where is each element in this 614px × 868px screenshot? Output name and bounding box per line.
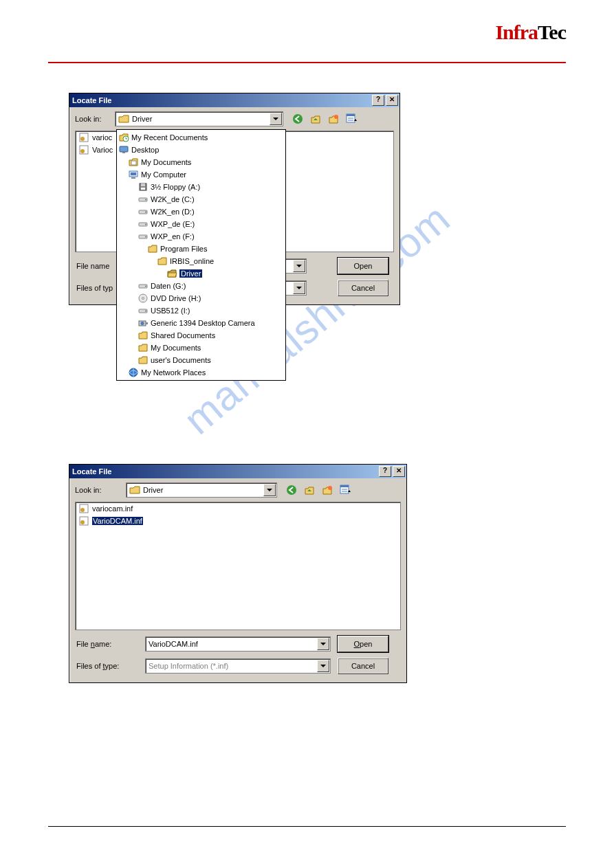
file-item[interactable]: VarioDCAM.inf (76, 515, 400, 527)
folder-icon (147, 243, 158, 254)
folder-open-icon (118, 114, 129, 124)
up-one-level-icon[interactable] (309, 113, 322, 125)
svg-rect-15 (131, 173, 136, 175)
new-folder-icon[interactable] (327, 113, 340, 125)
tree-item-label: DVD Drive (H:) (151, 294, 201, 302)
window-title: Locate File (72, 96, 371, 104)
dropdown-toggle-icon[interactable] (317, 660, 329, 672)
svg-point-25 (145, 224, 146, 225)
tree-item-label: IRBIS_online (170, 257, 214, 265)
locate-file-dialog-1: Locate File ? ✕ Look in: Driver (69, 93, 400, 305)
folder-icon (138, 342, 149, 353)
drive-icon (138, 206, 149, 217)
file-item[interactable]: variocam.inf (76, 502, 400, 515)
svg-rect-13 (131, 161, 136, 165)
open-button[interactable]: Open (338, 258, 388, 274)
tree-item-label: Driver (179, 269, 202, 278)
inf-file-icon (78, 132, 89, 143)
close-button[interactable]: ✕ (393, 466, 405, 477)
tree-item[interactable]: W2K_en (D:) (117, 205, 285, 218)
tree-item[interactable]: W2K_de (C:) (117, 193, 285, 205)
open-button[interactable]: Open (338, 636, 388, 652)
tree-item[interactable]: WXP_de (E:) (117, 218, 285, 230)
svg-point-7 (80, 137, 85, 141)
tree-item[interactable]: My Recent Documents (117, 131, 285, 144)
close-button[interactable]: ✕ (386, 95, 398, 106)
tree-item[interactable]: user's Documents (117, 354, 285, 366)
look-in-value: Driver (143, 486, 163, 494)
svg-point-35 (141, 322, 144, 325)
svg-point-39 (287, 485, 296, 495)
new-folder-icon[interactable] (321, 484, 333, 496)
desktop-icon (118, 144, 129, 155)
header-rule (48, 62, 566, 63)
tree-item[interactable]: IRBIS_online (117, 255, 285, 267)
inf-file-icon (78, 144, 89, 155)
look-in-label: Look in: (75, 486, 122, 494)
drive-icon (138, 231, 149, 242)
tree-item-label: USB512 (I:) (151, 307, 190, 315)
help-button[interactable]: ? (379, 466, 391, 477)
dropdown-toggle-icon[interactable] (293, 260, 305, 272)
dropdown-toggle-icon[interactable] (270, 113, 282, 125)
network-icon (128, 367, 139, 378)
view-menu-icon[interactable] (339, 484, 351, 496)
view-menu-icon[interactable] (345, 113, 358, 125)
look-in-combo[interactable]: Driver (115, 111, 283, 126)
tree-item-label: W2K_en (D:) (151, 208, 195, 216)
file-list-pane[interactable]: variocam.infVarioDCAM.inf (75, 502, 401, 630)
drive-icon (138, 219, 149, 230)
up-one-level-icon[interactable] (303, 484, 316, 496)
tree-item[interactable]: Daten (G:) (117, 280, 285, 292)
tree-item[interactable]: 3½ Floppy (A:) (117, 181, 285, 193)
tree-item-label: WXP_en (F:) (151, 232, 195, 241)
tree-item-label: Generic 1394 Desktop Camera (151, 319, 255, 327)
floppy-icon (138, 181, 149, 192)
svg-point-0 (293, 114, 303, 124)
look-in-value: Driver (132, 115, 152, 123)
look-in-combo[interactable]: Driver (126, 482, 277, 498)
look-in-dropdown[interactable]: My Recent DocumentsDesktopMy DocumentsMy… (116, 129, 286, 381)
tree-item[interactable]: Generic 1394 Desktop Camera (117, 317, 285, 329)
dropdown-toggle-icon[interactable] (317, 638, 329, 650)
svg-rect-12 (122, 152, 125, 153)
folder-icon (138, 330, 149, 341)
titlebar[interactable]: Locate File ? ✕ (69, 465, 406, 478)
tree-item-label: WXP_de (E:) (151, 220, 195, 228)
tree-item-label: My Documents (151, 344, 201, 352)
footer-rule (48, 826, 566, 827)
svg-point-46 (80, 508, 85, 512)
tree-item[interactable]: Program Files (117, 243, 285, 255)
titlebar[interactable]: Locate File ? ✕ (69, 93, 399, 107)
cancel-button[interactable]: Cancel (338, 280, 388, 296)
back-icon[interactable] (285, 484, 298, 496)
recent-icon (118, 132, 129, 143)
folder-open-icon (166, 268, 177, 279)
tree-item-label: Program Files (160, 245, 207, 253)
tree-item[interactable]: USB512 (I:) (117, 304, 285, 317)
file-name-input[interactable]: VarioDCAM.inf (145, 636, 331, 652)
cd-icon (138, 293, 149, 304)
svg-point-1 (334, 115, 338, 119)
tree-item[interactable]: My Computer (117, 168, 285, 181)
tree-item[interactable]: My Documents (117, 156, 285, 168)
file-name-label: File name: (76, 640, 138, 648)
tree-item[interactable]: Driver (117, 267, 285, 280)
tree-item[interactable]: My Network Places (117, 366, 285, 379)
tree-item-label: W2K_de (C:) (151, 195, 195, 203)
tree-item[interactable]: DVD Drive (H:) (117, 292, 285, 304)
dropdown-toggle-icon[interactable] (293, 282, 305, 294)
svg-point-21 (145, 199, 146, 201)
tree-item[interactable]: Desktop (117, 144, 285, 156)
tree-item[interactable]: WXP_en (F:) (117, 230, 285, 243)
files-of-type-combo[interactable]: Setup Information (*.inf) (145, 658, 331, 674)
tree-item[interactable]: My Documents (117, 342, 285, 354)
inf-file-icon (78, 503, 89, 514)
drive-icon (138, 194, 149, 205)
back-icon[interactable] (292, 113, 304, 125)
tree-item[interactable]: Shared Documents (117, 329, 285, 342)
dropdown-toggle-icon[interactable] (263, 484, 276, 496)
cancel-button[interactable]: Cancel (338, 658, 388, 674)
tree-item-label: Daten (G:) (151, 282, 186, 290)
help-button[interactable]: ? (372, 95, 384, 106)
